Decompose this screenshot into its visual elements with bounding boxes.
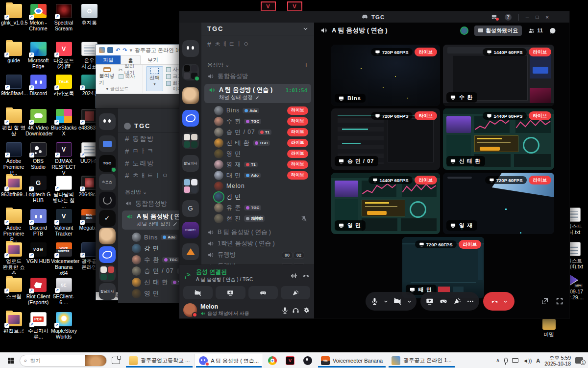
notification-icon[interactable]: 1 bbox=[575, 357, 583, 364]
camera-chevron-icon[interactable] bbox=[407, 299, 412, 304]
ime-indicator[interactable]: A bbox=[536, 358, 540, 364]
undo-icon[interactable]: ↶ bbox=[116, 47, 120, 53]
desktop-icon[interactable]: ↗OBS Studio bbox=[25, 142, 51, 170]
voice-location[interactable]: A 팀 음성방 ( 연습 ) / TGC bbox=[196, 276, 286, 283]
server-icon[interactable]: 할님의사 bbox=[96, 283, 118, 300]
desktop-icon[interactable]: V↗DJMAX RESPECT V bbox=[51, 142, 76, 176]
desktop-icon[interactable]: V↗다운로드 (2).jfif bbox=[51, 42, 76, 69]
voice-channel-row[interactable]: 통합음성방 bbox=[203, 71, 312, 82]
desktop-icon[interactable]: 5E↗5EClient-6.... bbox=[51, 278, 76, 305]
desktop-icon[interactable]: ↗Spectral Scream bbox=[51, 4, 76, 31]
tray-expand-icon[interactable]: ∧ bbox=[496, 357, 500, 364]
voice-section-header[interactable]: 음성방 ⌄+ bbox=[203, 61, 312, 69]
pencil-icon[interactable] bbox=[255, 95, 260, 100]
tray-volume-icon[interactable]: ◄)) bbox=[523, 358, 532, 364]
taskbar-app-chrome[interactable] bbox=[264, 354, 281, 368]
server-icon[interactable]: G bbox=[179, 200, 201, 217]
activity-button[interactable] bbox=[248, 286, 278, 299]
desktop-icon[interactable]: ↗Melon - Chrome bbox=[25, 4, 51, 31]
desktop-icon[interactable]: ↗Adobe Premiere P... bbox=[1, 142, 26, 176]
server-icon[interactable] bbox=[179, 64, 201, 80]
voice-channel-row[interactable]: B 팀 음성방 ( 연습 ) bbox=[203, 227, 312, 238]
voice-member-row[interactable]: BinsAdo라이브 bbox=[202, 105, 313, 116]
save-icon[interactable] bbox=[107, 47, 113, 53]
task-view-icon[interactable] bbox=[112, 357, 120, 364]
voice-member-row[interactable]: 신 태 환TGC라이브 bbox=[202, 137, 313, 148]
desktop-icon[interactable]: ↗편집브금 bbox=[1, 312, 26, 334]
voice-member-row[interactable]: 수 환TGC라이브 bbox=[202, 116, 313, 127]
inbox-icon[interactable] bbox=[490, 14, 498, 20]
server-icon[interactable] bbox=[179, 40, 201, 57]
video-tile[interactable]: 720P 60FPS라이브영 재 bbox=[443, 173, 554, 234]
desktop-icon[interactable]: V↗Valorant Tracker bbox=[51, 209, 76, 237]
pencil-icon[interactable] bbox=[172, 222, 177, 227]
server-icon[interactable]: ✓ bbox=[96, 210, 118, 227]
desktop-icon[interactable]: ↗MapleStory Worlds bbox=[51, 312, 76, 340]
desktop-icon[interactable]: ↗BlueStacks X bbox=[51, 109, 76, 136]
clock[interactable]: 오후 5:59 2025-10-18 bbox=[544, 355, 571, 367]
text-channel-row[interactable]: #ㅊㅐㅌㅣㅇ bbox=[203, 38, 312, 50]
video-tile[interactable]: 720P 60FPS라이브승 민 / 07 bbox=[331, 108, 440, 170]
voice-member-row[interactable]: 현 진精神病 bbox=[202, 213, 313, 224]
server-icon[interactable]: 스포츠 bbox=[96, 174, 118, 190]
server-header[interactable]: TGC bbox=[201, 23, 314, 35]
desktop-icon[interactable]: ↗업로드 완료한 쇼츠 bbox=[1, 242, 26, 276]
more-options-icon[interactable] bbox=[466, 297, 474, 305]
server-icon[interactable] bbox=[179, 243, 201, 260]
headphones-icon[interactable] bbox=[292, 307, 299, 314]
taskbar-app-obs[interactable] bbox=[299, 354, 316, 368]
soundwave-icon[interactable] bbox=[290, 272, 298, 279]
server-icon[interactable] bbox=[179, 87, 201, 104]
channel-status[interactable]: 채널 상태 설정 bbox=[137, 221, 171, 228]
close-button[interactable]: × bbox=[545, 14, 549, 20]
screenshare-button[interactable] bbox=[216, 286, 245, 299]
desktop-icon[interactable]: ↗Discord PTB bbox=[25, 209, 51, 237]
desktop-icon[interactable]: VGN↗VGN HUB bbox=[25, 242, 51, 264]
desktop-icon[interactable]: ↗편집 할 영상 bbox=[1, 109, 26, 136]
mic-chevron-icon[interactable] bbox=[384, 299, 388, 304]
desktop-icon[interactable]: ↗Microsoft Edge bbox=[25, 42, 51, 69]
voice-member-row[interactable]: 강 민 bbox=[202, 191, 313, 202]
server-icon[interactable]: 할님의사 bbox=[179, 155, 201, 172]
username[interactable]: Melon bbox=[200, 303, 278, 310]
activity-active-button[interactable]: 활성화됐어요 bbox=[474, 26, 522, 36]
server-icon[interactable]: TGC bbox=[96, 155, 118, 172]
paint-tab-view[interactable]: 보기 bbox=[141, 55, 165, 64]
paint-tab-file[interactable]: 파일 bbox=[96, 55, 121, 64]
server-icon[interactable] bbox=[96, 135, 118, 152]
redo-icon[interactable]: ↷ bbox=[122, 47, 127, 53]
discord-titlebar[interactable]: TGC ? – □ × bbox=[179, 11, 569, 23]
taskbar-app-paint[interactable]: 광주공고 온라인 1... bbox=[388, 354, 455, 368]
voice-channel-row[interactable]: 듀랭방0002 bbox=[203, 249, 312, 261]
video-tile[interactable]: 1440P 60FPS라이브영 민 bbox=[331, 173, 440, 234]
voice-channel-row[interactable]: 1학년 음성방 ( 연습 ) bbox=[203, 238, 312, 249]
settings-gear-icon[interactable] bbox=[303, 307, 310, 314]
desktop-icon[interactable]: ↗Discord bbox=[25, 75, 51, 96]
desktop-icon-secret-folder[interactable]: 비밀 bbox=[536, 319, 562, 337]
help-icon[interactable]: ? bbox=[505, 14, 512, 21]
tray-mic-icon[interactable] bbox=[504, 358, 508, 363]
taskbar-app-voicemeeter[interactable]: VMVoicemeeter Banana bbox=[317, 354, 387, 368]
desktop-icon[interactable]: ↗Riot Client (Esports) bbox=[25, 278, 51, 305]
minimize-button[interactable]: – bbox=[526, 14, 529, 20]
voice-member-row[interactable]: 유 준TGC bbox=[202, 202, 313, 213]
desktop-icon[interactable]: ♻휴지통 bbox=[76, 4, 102, 26]
channel-status[interactable]: 채널 상태 설정 bbox=[219, 94, 253, 101]
server-icon[interactable] bbox=[179, 132, 201, 149]
server-icon[interactable] bbox=[96, 192, 118, 209]
server-icon[interactable] bbox=[96, 113, 118, 130]
desktop-icon[interactable]: TALK↗카카오톡 bbox=[51, 75, 76, 96]
active-user-avatar[interactable] bbox=[460, 26, 468, 35]
voice-member-row[interactable]: 영 재T1라이브 bbox=[202, 159, 313, 170]
leave-call-button[interactable] bbox=[483, 292, 514, 311]
desktop-icon[interactable]: VOICE MEETER↗Voicemeeter Banana x64 bbox=[51, 242, 76, 276]
desktop-icon[interactable]: PDF↗수급자서류... bbox=[25, 312, 51, 340]
soundboard-button[interactable] bbox=[281, 286, 310, 299]
user-avatar[interactable] bbox=[183, 303, 197, 317]
server-icon[interactable] bbox=[96, 246, 118, 263]
search-box[interactable]: ⌕ bbox=[20, 355, 107, 367]
soundboard-icon[interactable] bbox=[453, 297, 462, 305]
video-tile[interactable]: 1440P 60FPS라이브신 태 환 bbox=[443, 108, 554, 170]
desktop-icon[interactable]: ↗9fdc8faa4... bbox=[1, 75, 26, 96]
desktop-icon[interactable]: ↗guide bbox=[1, 42, 26, 63]
